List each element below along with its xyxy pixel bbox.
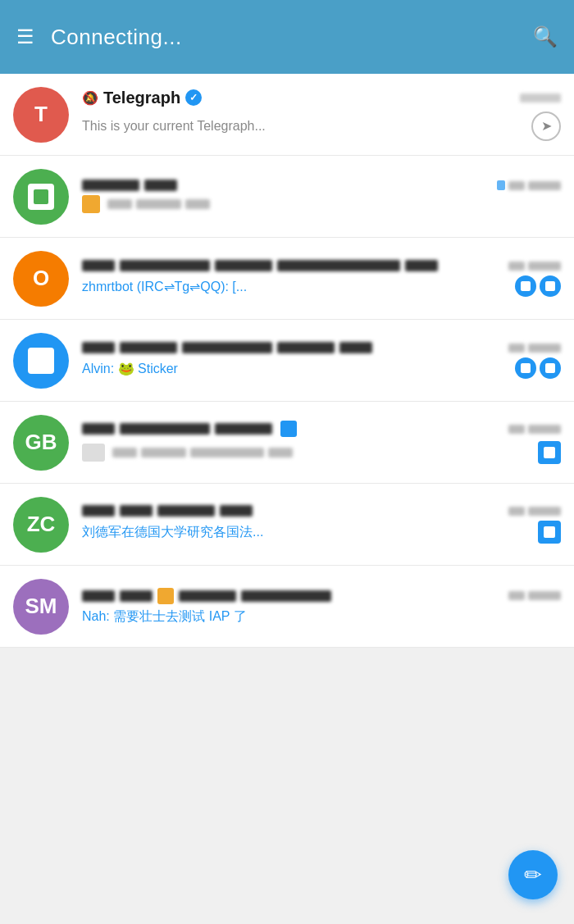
preview-block-gb2: [141, 448, 186, 457]
chat-bottom-row-blue: Alvin: 🐸 Sticker: [82, 357, 561, 379]
time-block-sm1: [508, 591, 525, 600]
emoji-sticker: [82, 195, 100, 213]
chat-preview-blue: Alvin: 🐸 Sticker: [82, 361, 178, 376]
badge-area-blue: [515, 357, 561, 379]
compose-fab[interactable]: ✏: [508, 850, 558, 899]
chat-top-row-gb: [82, 421, 561, 437]
chat-bottom-row: This is your current Telegraph... ➤: [82, 112, 561, 141]
name-block-gb2: [120, 423, 210, 435]
name-block-sm2: [120, 590, 153, 602]
verified-badge: ✓: [185, 89, 202, 106]
chat-time-telegraph: [520, 93, 561, 102]
name-block-1: [82, 180, 139, 191]
chat-top-row-zc: [82, 505, 561, 517]
name-block-gb3: [215, 423, 272, 435]
chat-content-blue: Alvin: 🐸 Sticker: [82, 342, 561, 379]
chat-top-row-green: [82, 180, 561, 191]
chat-preview-zc: 刘德军在德国大学研究各国法...: [82, 524, 263, 541]
chat-bottom-row-green: [82, 195, 561, 213]
chat-content-green: [82, 180, 561, 213]
header-title: Connecting...: [51, 25, 182, 50]
time-block-o2: [528, 262, 561, 271]
chat-name-zc: [82, 505, 253, 517]
badge-dot-gb: [280, 421, 297, 437]
header-left: ☰ Connecting...: [16, 25, 182, 50]
time-block-zc2: [528, 507, 561, 516]
avatar-orange: O: [13, 251, 69, 307]
name-block-b5: [339, 342, 372, 353]
time-block-2: [528, 181, 561, 190]
avatar-sm: SM: [13, 579, 69, 635]
name-block-zc4: [220, 505, 253, 517]
chat-preview-telegraph: This is your current Telegraph...: [82, 119, 266, 134]
robot-icon: [28, 184, 54, 210]
time-block-1: [508, 181, 525, 190]
search-icon[interactable]: 🔍: [533, 25, 558, 48]
chat-content-zc: 刘德军在德国大学研究各国法...: [82, 505, 561, 544]
name-block-o3: [215, 260, 272, 271]
unread-dot: [497, 180, 505, 190]
preview-block-gb4: [268, 448, 293, 457]
name-block-b3: [182, 342, 272, 353]
name-block-o1: [82, 260, 115, 271]
name-block-sm4: [241, 590, 331, 602]
chat-preview-gb: [82, 444, 293, 462]
chat-bottom-row-sm: Nah: 需要壮士去测试 IAP 了: [82, 608, 561, 626]
preview-block-1: [107, 199, 132, 209]
chat-time-gb: [508, 425, 561, 434]
forward-button[interactable]: ➤: [531, 112, 561, 141]
name-block-zc2: [120, 505, 153, 517]
time-block-b2: [528, 344, 561, 353]
unread-badge-orange-2: [540, 275, 561, 297]
chat-preview-green: [82, 195, 210, 213]
avatar-telegraph: T: [13, 87, 69, 143]
name-block-sm3: [179, 590, 236, 602]
chat-name-orange: [82, 260, 438, 271]
name-block-b4: [277, 342, 335, 353]
time-block-b1: [508, 344, 525, 353]
name-block-o4: [277, 260, 400, 271]
chat-item-gb[interactable]: GB: [0, 402, 574, 484]
group-icon: [28, 348, 54, 374]
preview-block-gb1: [112, 448, 137, 457]
chat-content-sm: Nah: 需要壮士去测试 IAP 了: [82, 588, 561, 626]
name-block-o5: [405, 260, 438, 271]
time-block-gb2: [528, 425, 561, 434]
unread-badge-blue-2: [540, 357, 561, 379]
flag-icon: [157, 588, 174, 604]
chat-name-sm: [82, 588, 331, 604]
chat-list: T 🔕 Telegraph ✓ This is your current Tel…: [0, 74, 574, 648]
unread-badge-blue: [515, 357, 536, 379]
app-header: ☰ Connecting... 🔍: [0, 0, 574, 74]
chat-top-row: 🔕 Telegraph ✓: [82, 89, 561, 107]
chat-item-blue[interactable]: Alvin: 🐸 Sticker: [0, 320, 574, 402]
chat-name-telegraph: 🔕 Telegraph ✓: [82, 89, 202, 107]
time-block-zc1: [508, 507, 525, 516]
name-block-o2: [120, 260, 210, 271]
chat-preview-orange: zhmrtbot (IRC⇌Tg⇌QQ): [...: [82, 279, 247, 294]
chat-preview-sm: Nah: 需要壮士去测试 IAP 了: [82, 608, 247, 626]
chat-item-orange[interactable]: O zhmrtbot (IRC⇌Tg⇌QQ): [...: [0, 238, 574, 320]
unread-badge-orange: [515, 275, 536, 297]
chat-top-row-blue: [82, 342, 561, 353]
chat-content-orange: zhmrtbot (IRC⇌Tg⇌QQ): [...: [82, 260, 561, 297]
chat-time-orange: [508, 262, 561, 271]
chat-bottom-row-zc: 刘德军在德国大学研究各国法...: [82, 521, 561, 544]
chat-time-sm: [508, 591, 561, 600]
chat-item-sm[interactable]: SM Nah: 需要壮士去测试 IAP 了: [0, 566, 574, 648]
chat-item-green-robot[interactable]: [0, 156, 574, 238]
preview-block-gb3: [190, 448, 264, 457]
compose-icon: ✏: [524, 863, 542, 888]
chat-item-zc[interactable]: ZC 刘德军在德国大学研究各国法...: [0, 484, 574, 566]
hamburger-icon[interactable]: ☰: [16, 25, 34, 48]
avatar-zc: ZC: [13, 497, 69, 553]
chat-item-telegraph[interactable]: T 🔕 Telegraph ✓ This is your current Tel…: [0, 74, 574, 156]
avatar-green-robot: [13, 169, 69, 225]
avatar-gb: GB: [13, 415, 69, 471]
chat-time-green: [497, 180, 561, 190]
chat-name-gb: [82, 421, 297, 437]
name-block-b2: [120, 342, 177, 353]
chat-name-blue: [82, 342, 372, 353]
name-block-sm1: [82, 590, 115, 602]
chat-top-row-sm: [82, 588, 561, 604]
